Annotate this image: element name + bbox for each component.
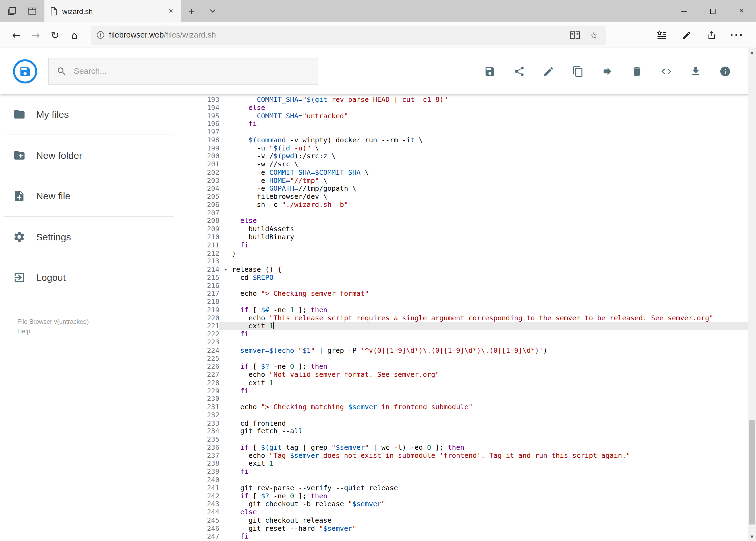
vertical-scrollbar[interactable]: ▲ ▼	[748, 48, 756, 541]
code-line[interactable]: 224 semver=$(echo "$1" | grep -P '^v(0|[…	[193, 346, 756, 354]
rename-button[interactable]	[543, 65, 554, 77]
scroll-up-icon[interactable]: ▲	[748, 48, 756, 56]
code-line[interactable]: 236 if [ $(git tag | grep "$semver" | wc…	[193, 443, 756, 452]
code-line[interactable]: 201 -w //src \	[193, 160, 756, 168]
code-line[interactable]: 226 if [ $? -ne 0 ]; then	[193, 362, 756, 370]
code-line[interactable]: 194 else	[193, 104, 756, 112]
code-line[interactable]: 198 $(command -v winpty) docker run --rm…	[193, 136, 756, 144]
code-line[interactable]: 200 -v /$(pwd):/src:z \	[193, 152, 756, 160]
sidebar-item-new-folder[interactable]: New folder	[0, 135, 193, 176]
code-line[interactable]: 218	[193, 297, 756, 306]
code-line[interactable]: 232	[193, 411, 756, 419]
code-editor[interactable]: 193 COMMIT_SHA="$(git rev-parse HEAD | c…	[193, 94, 756, 541]
code-line[interactable]: 242 if [ $? -ne 0 ]; then	[193, 492, 756, 500]
code-line[interactable]: 206 sh -c "./wizard.sh -b"	[193, 201, 756, 209]
switch-view-button[interactable]	[660, 65, 672, 77]
code-line[interactable]: 222 fi	[193, 330, 756, 338]
favorite-star-icon[interactable]: ☆	[590, 30, 598, 40]
code-line[interactable]: 225	[193, 354, 756, 362]
scroll-down-icon[interactable]: ▼	[748, 533, 756, 541]
code-line[interactable]: 239 fi	[193, 467, 756, 476]
code-line[interactable]: 216	[193, 282, 756, 290]
code-line[interactable]: 238 exit 1	[193, 459, 756, 467]
code-line[interactable]: 233 cd frontend	[193, 419, 756, 427]
code-line[interactable]: 227 echo "Not valid semver format. See s…	[193, 370, 756, 379]
code-line[interactable]: 237 echo "Tag $semver does not exist in …	[193, 452, 756, 460]
sidebar-item-settings[interactable]: Settings	[0, 217, 193, 257]
reading-view-icon[interactable]	[570, 31, 580, 39]
web-note-button[interactable]	[674, 25, 699, 45]
code-line[interactable]: 217 echo "> Checking semver format"	[193, 290, 756, 298]
address-bar[interactable]: filebrowser.web/files/wizard.sh ☆	[91, 25, 606, 45]
scrollbar-thumb[interactable]	[749, 420, 755, 525]
fold-marker-icon[interactable]: ▾	[225, 266, 227, 274]
forward-button[interactable]: →	[26, 25, 45, 45]
back-button[interactable]: ←	[7, 25, 26, 45]
settings-menu-button[interactable]: •••	[724, 25, 749, 45]
code-line[interactable]: 208 else	[193, 217, 756, 225]
tab-list-button[interactable]	[202, 0, 223, 22]
filebrowser-logo[interactable]	[13, 59, 37, 83]
search-bar[interactable]	[48, 58, 318, 85]
code-line[interactable]: 231 echo "> Checking matching $semver in…	[193, 403, 756, 411]
share-button[interactable]	[699, 25, 724, 45]
code-line[interactable]: 244 else	[193, 508, 756, 516]
code-line[interactable]: 229 fi	[193, 387, 756, 395]
code-line[interactable]: 230	[193, 395, 756, 403]
code-line[interactable]: 241 git rev-parse --verify --quiet relea…	[193, 484, 756, 492]
share-file-button[interactable]	[514, 65, 525, 77]
window-maximize-button[interactable]	[698, 0, 727, 22]
browser-tab[interactable]: wizard.sh ×	[44, 0, 181, 22]
code-line[interactable]: 246 git reset --hard "$semver"	[193, 524, 756, 532]
code-line[interactable]: 234 git fetch --all	[193, 427, 756, 435]
tab-preview-button[interactable]	[24, 3, 41, 19]
code-line[interactable]: 195 COMMIT_SHA="untracked"	[193, 112, 756, 120]
tab-close-button[interactable]: ×	[166, 7, 175, 15]
code-line[interactable]: 215 cd $REPO	[193, 273, 756, 282]
code-line[interactable]: 196 fi	[193, 120, 756, 128]
new-tab-button[interactable]: +	[181, 0, 202, 22]
download-button[interactable]	[690, 65, 701, 77]
code-line[interactable]: 228 exit 1	[193, 379, 756, 387]
set-aside-tabs-button[interactable]	[4, 3, 20, 19]
code-line[interactable]: 204 -e GOPATH=//tmp/gopath \	[193, 185, 756, 193]
help-link[interactable]: Help	[17, 326, 193, 336]
code-line[interactable]: 205 filebrowser/dev \	[193, 193, 756, 201]
code-line[interactable]: 209 buildAssets	[193, 225, 756, 233]
code-line[interactable]: 207	[193, 209, 756, 217]
hub-favorites-button[interactable]	[649, 25, 674, 45]
sidebar-item-new-file[interactable]: New file	[0, 176, 193, 216]
code-line[interactable]: 214▾release () {	[193, 266, 756, 273]
code-line[interactable]: 235	[193, 435, 756, 443]
code-line[interactable]: 220 echo "This release script requires a…	[193, 314, 756, 322]
code-line[interactable]: 221 exit 1	[193, 322, 756, 330]
code-line[interactable]: 223	[193, 338, 756, 346]
code-line[interactable]: 202 -e COMMIT_SHA=$COMMIT_SHA \	[193, 168, 756, 176]
window-minimize-button[interactable]	[669, 0, 698, 22]
code-line[interactable]: 203 -e HOME="//tmp" \	[193, 176, 756, 185]
code-line[interactable]: 212}	[193, 249, 756, 258]
home-button[interactable]: ⌂	[65, 25, 84, 45]
sidebar-item-logout[interactable]: Logout	[0, 257, 193, 297]
info-button[interactable]	[719, 65, 731, 77]
code-line[interactable]: 245 git checkout release	[193, 516, 756, 524]
search-input[interactable]	[74, 66, 310, 76]
save-button[interactable]	[484, 65, 496, 77]
sidebar-item-my-files[interactable]: My files	[0, 94, 193, 135]
move-button[interactable]	[602, 65, 613, 77]
code-line[interactable]: 213	[193, 258, 756, 266]
code-line[interactable]: 219 if [ $# -ne 1 ]; then	[193, 306, 756, 314]
code-line[interactable]: 210 buildBinary	[193, 233, 756, 241]
copy-button[interactable]	[572, 65, 584, 77]
code-line[interactable]: 197	[193, 128, 756, 136]
code-line[interactable]: 243 git checkout -b release "$semver"	[193, 500, 756, 508]
refresh-button[interactable]: ↻	[45, 25, 65, 45]
code-line[interactable]: 193 COMMIT_SHA="$(git rev-parse HEAD | c…	[193, 96, 756, 104]
code-line[interactable]: 240	[193, 476, 756, 484]
site-info-icon[interactable]	[96, 31, 105, 39]
code-line[interactable]: 199 -u "$(id -u)" \	[193, 144, 756, 152]
window-close-button[interactable]: ×	[727, 0, 756, 22]
delete-button[interactable]	[631, 65, 642, 77]
code-line[interactable]: 247 fi	[193, 532, 756, 540]
code-line[interactable]: 211 fi	[193, 241, 756, 249]
